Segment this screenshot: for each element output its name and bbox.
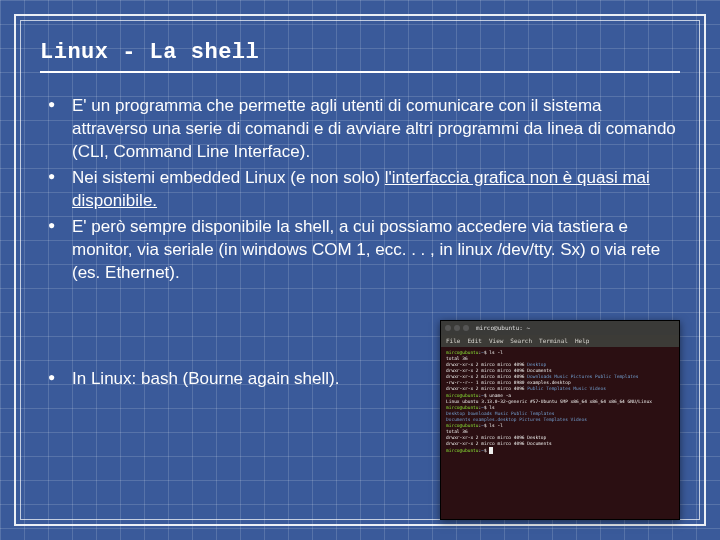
- window-button: [445, 325, 451, 331]
- menu-item: Help: [575, 337, 589, 345]
- window-button: [463, 325, 469, 331]
- prompt-user: mirco@ubuntu: [446, 350, 479, 355]
- prompt-user: mirco@ubuntu: [446, 448, 479, 453]
- prompt-user: mirco@ubuntu: [446, 423, 479, 428]
- slide-title: Linux - La shell: [40, 40, 680, 73]
- prompt-user: mirco@ubuntu: [446, 393, 479, 398]
- terminal-body: mirco@ubuntu:~$ ls -l total 36 drwxr-xr-…: [441, 347, 679, 457]
- output: -rw-r--r-- 1 mirco mirco 8980: [446, 380, 527, 385]
- dir: Public Templates Music Videos: [527, 386, 606, 391]
- menu-item: Edit: [467, 337, 481, 345]
- menu-item: Search: [510, 337, 532, 345]
- menu-item: View: [489, 337, 503, 345]
- cmd: $ uname -a: [484, 393, 511, 398]
- window-button: [454, 325, 460, 331]
- cmd: $ ls -l: [484, 350, 503, 355]
- list-item: E' però sempre disponibile la shell, a c…: [46, 216, 680, 285]
- list-item: E' un programma che permette agli utenti…: [46, 95, 680, 164]
- cmd: $ ls -l: [484, 423, 503, 428]
- terminal-titlebar: mirco@ubuntu: ~: [441, 321, 679, 335]
- cmd: $ ls: [484, 405, 495, 410]
- prompt-user: mirco@ubuntu: [446, 405, 479, 410]
- file: examples.desktop: [527, 380, 570, 385]
- terminal-menubar: File Edit View Search Terminal Help: [441, 335, 679, 347]
- terminal-title-text: mirco@ubuntu: ~: [476, 324, 530, 332]
- menu-item: Terminal: [539, 337, 568, 345]
- text: Nei sistemi embedded Linux (e non solo): [72, 168, 385, 187]
- output: drwxr-xr-x 2 mirco mirco 4096: [446, 362, 527, 367]
- slide-content: Linux - La shell E' un programma che per…: [40, 40, 680, 510]
- dir: Downloads Music Pictures Public Template…: [527, 374, 638, 379]
- cursor-icon: [489, 447, 493, 454]
- bullet-list: E' un programma che permette agli utenti…: [40, 95, 680, 285]
- menu-item: File: [446, 337, 460, 345]
- output: drwxr-xr-x 2 mirco mirco 4096: [446, 386, 527, 391]
- output: drwxr-xr-x 2 mirco mirco 4096: [446, 374, 527, 379]
- list-item: Nei sistemi embedded Linux (e non solo) …: [46, 167, 680, 213]
- terminal-screenshot: mirco@ubuntu: ~ File Edit View Search Te…: [440, 320, 680, 520]
- dir: Desktop: [527, 362, 546, 367]
